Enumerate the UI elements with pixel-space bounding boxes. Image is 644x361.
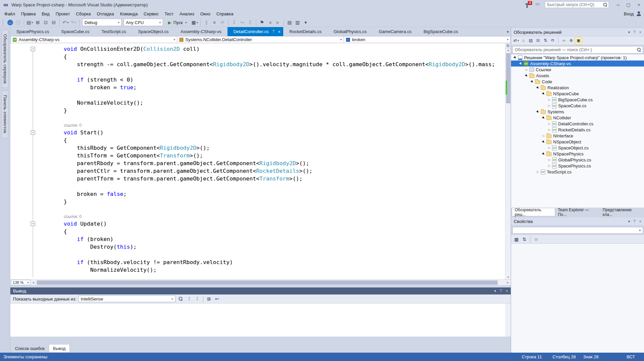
collapse-icon[interactable]: ▶ xyxy=(518,61,523,66)
expand-icon[interactable]: ▷ xyxy=(547,146,551,149)
tab-spacephysics.cs[interactable]: SpacePhysics.cs xyxy=(10,27,55,36)
collapse-all-icon[interactable]: ⊟ xyxy=(534,37,542,44)
properties-object-dropdown[interactable]: ▾ xyxy=(512,227,643,234)
collapse-icon[interactable]: ▶ xyxy=(541,139,546,144)
save-all-icon[interactable]: ⊟ xyxy=(50,18,58,26)
tab-rocketdetails.cs[interactable]: RocketDetails.cs xyxy=(283,27,328,36)
tree-item-systems[interactable]: ▶Systems xyxy=(511,109,644,115)
code-editor[interactable]: − void OnCollisionEnter2D(Collision2D co… xyxy=(10,43,511,279)
tab-bigspacecube.cs[interactable]: BigSpaceCube.cs xyxy=(418,27,464,36)
output-content[interactable] xyxy=(10,304,511,337)
uncomment-icon[interactable]: ▥ xyxy=(294,18,302,26)
switch-views-icon[interactable]: ⇄▾ xyxy=(512,37,520,44)
feedback-icon[interactable]: ▭ xyxy=(533,1,541,8)
bottom-panel-tab-0[interactable]: Список ошибок xyxy=(11,345,49,353)
tab-overflow-icon[interactable]: ▾ xyxy=(507,30,509,34)
tab-globalphysics.cs[interactable]: GlobalPhysics.cs xyxy=(328,27,373,36)
tree-item-ninterface[interactable]: ▷NInterface xyxy=(511,133,644,139)
zoom-dropdown[interactable]: 138 % ▾ xyxy=(11,280,30,285)
refresh-icon[interactable]: ⟳ xyxy=(549,37,556,44)
menu-item-3[interactable]: Проект xyxy=(52,9,73,18)
sign-in-link[interactable]: Вход xyxy=(624,11,634,16)
menu-item-4[interactable]: Сборка xyxy=(73,9,94,18)
tree-item-ncollider[interactable]: ▶NCollider xyxy=(511,115,644,121)
close-button[interactable]: × xyxy=(634,1,644,8)
toolbar-grip[interactable] xyxy=(3,19,4,25)
save-icon[interactable]: ⊡ xyxy=(42,18,50,26)
menu-item-6[interactable]: Команда xyxy=(117,9,141,18)
tree-item-globalphysics.cs[interactable]: ▷C#GlobalPhysics.cs xyxy=(511,157,644,163)
collapse-icon[interactable]: ▶ xyxy=(541,151,546,156)
expand-icon[interactable]: ▷ xyxy=(547,122,551,125)
menu-item-7[interactable]: Сервис xyxy=(141,9,162,18)
side-tab-0[interactable]: Обозреватель серверов xyxy=(2,30,8,88)
close-tab-icon[interactable]: × xyxy=(278,29,281,34)
se-panel-tab-1[interactable]: Team Explorer — По... xyxy=(555,208,600,216)
preview-selected-icon[interactable]: ▣ xyxy=(575,37,582,44)
tab-spacecube.cs[interactable]: SpaceCube.cs xyxy=(55,27,96,36)
collapse-region-toggle[interactable]: − xyxy=(31,130,35,135)
expand-icon[interactable]: ▷ xyxy=(541,134,546,137)
platform-dropdown[interactable]: Any CPU ▾ xyxy=(124,19,163,26)
tree-item-nspaceobject[interactable]: ▶NSpaceObject xyxy=(511,139,644,145)
tree-item-bigspacecube.cs[interactable]: ▷C#BigSpaceCube.cs xyxy=(511,97,644,103)
tree-item-node-2[interactable]: ▷Ссылки xyxy=(511,67,644,73)
collapse-icon[interactable]: ▶ xyxy=(535,109,540,114)
sync-with-active-document-icon[interactable]: ⇅ xyxy=(542,37,549,44)
quick-launch-input[interactable] xyxy=(545,2,603,7)
expand-icon[interactable]: ▷ xyxy=(547,164,551,167)
output-source-dropdown[interactable]: IntelliSense ▾ xyxy=(78,295,175,302)
scroll-left-icon[interactable]: ◄ xyxy=(30,281,36,284)
expand-icon[interactable]: ▷ xyxy=(547,104,551,107)
se-panel-tab-2[interactable]: Представление кла... xyxy=(600,208,644,216)
menu-item-2[interactable]: Вид xyxy=(39,9,53,18)
alphabetical-icon[interactable]: ⇅ xyxy=(520,235,528,243)
menu-item-0[interactable]: Файл xyxy=(1,9,18,18)
scroll-up-icon[interactable]: ▲ xyxy=(505,49,511,52)
hscroll-thumb[interactable] xyxy=(37,280,498,285)
undo-icon[interactable]: ↶▾ xyxy=(61,18,69,26)
collapse-region-toggle[interactable]: − xyxy=(31,222,35,226)
tree-item-realization[interactable]: ▶Realization xyxy=(511,85,644,91)
tree-item-nspacecube[interactable]: ▶NSpaceCube xyxy=(511,91,644,97)
pin-tab-icon[interactable]: ⊤ xyxy=(272,29,275,34)
menu-item-9[interactable]: Анализ xyxy=(177,9,197,18)
tree-item-spaceobject.cs[interactable]: ▷C#SpaceObject.cs xyxy=(511,145,644,151)
tree-item-rocketdetails.cs[interactable]: ▷C#RocketDetails.cs xyxy=(511,127,644,133)
comment-icon[interactable]: ▤ xyxy=(286,18,294,26)
new-file-icon[interactable]: ▤▾ xyxy=(26,18,34,26)
menu-item-5[interactable]: Отладка xyxy=(94,9,117,18)
pin-icon[interactable]: ⊤ xyxy=(633,30,636,34)
pin-icon[interactable]: ⊤ xyxy=(633,219,636,224)
solution-platforms-icon[interactable]: ▦▾ xyxy=(191,18,199,26)
tree-item-nspacephysics[interactable]: ▶NSpacePhysics xyxy=(511,151,644,157)
editor-vertical-scrollbar[interactable]: ⊞ ▲ ▼ xyxy=(505,43,511,279)
tree-item-assets[interactable]: ▶Assets xyxy=(511,73,644,79)
clear-all-icon[interactable]: ⊠ xyxy=(205,295,213,303)
type-dropdown[interactable]: Systems.NCollider.DetailController ▾ xyxy=(177,36,344,43)
tab-testscript.cs[interactable]: TestScript.cs xyxy=(96,27,132,36)
split-window-handle[interactable]: ⊞ xyxy=(505,43,511,48)
window-menu-icon[interactable]: ▾ xyxy=(628,30,630,34)
home-icon[interactable]: ⌂ xyxy=(520,37,527,44)
word-wrap-icon[interactable]: ↩ xyxy=(213,295,221,303)
se-panel-tab-0[interactable]: Обозреватель реш... xyxy=(512,208,555,216)
show-all-files-icon[interactable]: ▤ xyxy=(527,37,534,44)
collapse-icon[interactable]: ▶ xyxy=(541,91,546,96)
tree-item-assembly-csharp-vs[interactable]: ▶C#Assembly-CSharp-vs xyxy=(511,61,644,67)
solution-search-input[interactable] xyxy=(513,47,637,52)
side-tab-1[interactable]: Панель элементов xyxy=(2,91,8,138)
scroll-down-icon[interactable]: ▼ xyxy=(505,276,511,279)
notifications-icon[interactable]: 4 xyxy=(523,1,531,8)
scroll-right-icon[interactable]: ► xyxy=(505,281,511,284)
expand-icon[interactable]: ▷ xyxy=(547,128,551,131)
menu-item-11[interactable]: Справка xyxy=(213,9,236,18)
tree-item-testscript.cs[interactable]: ▷C#TestScript.cs xyxy=(511,169,644,175)
expand-icon[interactable]: ▷ xyxy=(547,98,551,101)
user-icon[interactable] xyxy=(636,11,641,16)
maximize-button[interactable]: ▢ xyxy=(623,1,634,8)
expand-icon[interactable]: ▷ xyxy=(547,158,551,161)
bookmark-icon[interactable]: ⚑ xyxy=(258,18,266,26)
expand-icon[interactable]: ▷ xyxy=(536,170,540,173)
menu-item-8[interactable]: Тест xyxy=(162,9,177,18)
